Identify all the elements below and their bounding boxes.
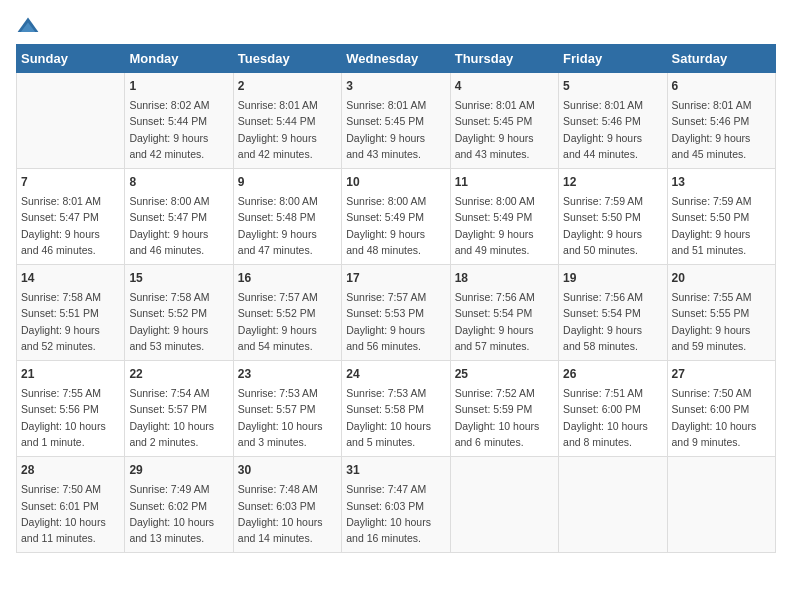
- calendar-cell: 2Sunrise: 8:01 AMSunset: 5:44 PMDaylight…: [233, 73, 341, 169]
- calendar-table: SundayMondayTuesdayWednesdayThursdayFrid…: [16, 44, 776, 553]
- day-number: 25: [455, 365, 554, 383]
- day-info: Sunrise: 8:02 AMSunset: 5:44 PMDaylight:…: [129, 97, 228, 162]
- day-info: Sunrise: 7:59 AMSunset: 5:50 PMDaylight:…: [672, 193, 771, 258]
- calendar-cell: 7Sunrise: 8:01 AMSunset: 5:47 PMDaylight…: [17, 169, 125, 265]
- col-header-wednesday: Wednesday: [342, 45, 450, 73]
- day-info: Sunrise: 8:00 AMSunset: 5:49 PMDaylight:…: [455, 193, 554, 258]
- day-info: Sunrise: 7:50 AMSunset: 6:01 PMDaylight:…: [21, 481, 120, 546]
- calendar-cell: 23Sunrise: 7:53 AMSunset: 5:57 PMDayligh…: [233, 361, 341, 457]
- calendar-cell: 1Sunrise: 8:02 AMSunset: 5:44 PMDaylight…: [125, 73, 233, 169]
- calendar-cell: [17, 73, 125, 169]
- col-header-friday: Friday: [559, 45, 667, 73]
- day-number: 20: [672, 269, 771, 287]
- header: [16, 16, 776, 36]
- day-number: 2: [238, 77, 337, 95]
- calendar-cell: 30Sunrise: 7:48 AMSunset: 6:03 PMDayligh…: [233, 457, 341, 553]
- calendar-cell: 24Sunrise: 7:53 AMSunset: 5:58 PMDayligh…: [342, 361, 450, 457]
- calendar-cell: 22Sunrise: 7:54 AMSunset: 5:57 PMDayligh…: [125, 361, 233, 457]
- day-number: 23: [238, 365, 337, 383]
- day-number: 31: [346, 461, 445, 479]
- day-number: 22: [129, 365, 228, 383]
- day-info: Sunrise: 7:53 AMSunset: 5:58 PMDaylight:…: [346, 385, 445, 450]
- day-info: Sunrise: 7:51 AMSunset: 6:00 PMDaylight:…: [563, 385, 662, 450]
- calendar-cell: 4Sunrise: 8:01 AMSunset: 5:45 PMDaylight…: [450, 73, 558, 169]
- day-number: 30: [238, 461, 337, 479]
- day-info: Sunrise: 7:56 AMSunset: 5:54 PMDaylight:…: [563, 289, 662, 354]
- calendar-cell: [559, 457, 667, 553]
- calendar-cell: 13Sunrise: 7:59 AMSunset: 5:50 PMDayligh…: [667, 169, 775, 265]
- logo: [16, 16, 42, 36]
- calendar-cell: [667, 457, 775, 553]
- calendar-cell: 15Sunrise: 7:58 AMSunset: 5:52 PMDayligh…: [125, 265, 233, 361]
- day-number: 14: [21, 269, 120, 287]
- calendar-cell: 19Sunrise: 7:56 AMSunset: 5:54 PMDayligh…: [559, 265, 667, 361]
- day-info: Sunrise: 8:00 AMSunset: 5:49 PMDaylight:…: [346, 193, 445, 258]
- calendar-cell: [450, 457, 558, 553]
- calendar-cell: 3Sunrise: 8:01 AMSunset: 5:45 PMDaylight…: [342, 73, 450, 169]
- day-info: Sunrise: 8:01 AMSunset: 5:47 PMDaylight:…: [21, 193, 120, 258]
- day-number: 24: [346, 365, 445, 383]
- logo-icon: [16, 16, 40, 36]
- week-row-1: 1Sunrise: 8:02 AMSunset: 5:44 PMDaylight…: [17, 73, 776, 169]
- calendar-cell: 26Sunrise: 7:51 AMSunset: 6:00 PMDayligh…: [559, 361, 667, 457]
- day-info: Sunrise: 7:54 AMSunset: 5:57 PMDaylight:…: [129, 385, 228, 450]
- week-row-2: 7Sunrise: 8:01 AMSunset: 5:47 PMDaylight…: [17, 169, 776, 265]
- calendar-cell: 12Sunrise: 7:59 AMSunset: 5:50 PMDayligh…: [559, 169, 667, 265]
- day-info: Sunrise: 7:58 AMSunset: 5:52 PMDaylight:…: [129, 289, 228, 354]
- calendar-cell: 29Sunrise: 7:49 AMSunset: 6:02 PMDayligh…: [125, 457, 233, 553]
- day-info: Sunrise: 7:53 AMSunset: 5:57 PMDaylight:…: [238, 385, 337, 450]
- day-number: 8: [129, 173, 228, 191]
- day-info: Sunrise: 7:59 AMSunset: 5:50 PMDaylight:…: [563, 193, 662, 258]
- day-info: Sunrise: 7:47 AMSunset: 6:03 PMDaylight:…: [346, 481, 445, 546]
- col-header-thursday: Thursday: [450, 45, 558, 73]
- calendar-cell: 8Sunrise: 8:00 AMSunset: 5:47 PMDaylight…: [125, 169, 233, 265]
- day-number: 27: [672, 365, 771, 383]
- day-info: Sunrise: 7:57 AMSunset: 5:53 PMDaylight:…: [346, 289, 445, 354]
- day-number: 1: [129, 77, 228, 95]
- day-info: Sunrise: 7:48 AMSunset: 6:03 PMDaylight:…: [238, 481, 337, 546]
- day-number: 6: [672, 77, 771, 95]
- day-number: 9: [238, 173, 337, 191]
- day-info: Sunrise: 8:00 AMSunset: 5:48 PMDaylight:…: [238, 193, 337, 258]
- calendar-cell: 10Sunrise: 8:00 AMSunset: 5:49 PMDayligh…: [342, 169, 450, 265]
- day-number: 5: [563, 77, 662, 95]
- day-number: 28: [21, 461, 120, 479]
- day-info: Sunrise: 7:58 AMSunset: 5:51 PMDaylight:…: [21, 289, 120, 354]
- calendar-cell: 17Sunrise: 7:57 AMSunset: 5:53 PMDayligh…: [342, 265, 450, 361]
- calendar-cell: 31Sunrise: 7:47 AMSunset: 6:03 PMDayligh…: [342, 457, 450, 553]
- day-number: 21: [21, 365, 120, 383]
- day-info: Sunrise: 8:01 AMSunset: 5:44 PMDaylight:…: [238, 97, 337, 162]
- calendar-cell: 16Sunrise: 7:57 AMSunset: 5:52 PMDayligh…: [233, 265, 341, 361]
- day-number: 16: [238, 269, 337, 287]
- day-info: Sunrise: 7:55 AMSunset: 5:55 PMDaylight:…: [672, 289, 771, 354]
- day-number: 7: [21, 173, 120, 191]
- day-number: 19: [563, 269, 662, 287]
- day-info: Sunrise: 7:56 AMSunset: 5:54 PMDaylight:…: [455, 289, 554, 354]
- col-header-tuesday: Tuesday: [233, 45, 341, 73]
- col-header-saturday: Saturday: [667, 45, 775, 73]
- col-header-sunday: Sunday: [17, 45, 125, 73]
- day-number: 15: [129, 269, 228, 287]
- day-number: 11: [455, 173, 554, 191]
- day-info: Sunrise: 8:01 AMSunset: 5:46 PMDaylight:…: [563, 97, 662, 162]
- day-number: 4: [455, 77, 554, 95]
- day-info: Sunrise: 8:00 AMSunset: 5:47 PMDaylight:…: [129, 193, 228, 258]
- day-number: 3: [346, 77, 445, 95]
- day-number: 12: [563, 173, 662, 191]
- day-number: 17: [346, 269, 445, 287]
- day-number: 10: [346, 173, 445, 191]
- day-info: Sunrise: 8:01 AMSunset: 5:46 PMDaylight:…: [672, 97, 771, 162]
- day-number: 18: [455, 269, 554, 287]
- calendar-cell: 21Sunrise: 7:55 AMSunset: 5:56 PMDayligh…: [17, 361, 125, 457]
- day-info: Sunrise: 7:49 AMSunset: 6:02 PMDaylight:…: [129, 481, 228, 546]
- calendar-cell: 14Sunrise: 7:58 AMSunset: 5:51 PMDayligh…: [17, 265, 125, 361]
- header-row: SundayMondayTuesdayWednesdayThursdayFrid…: [17, 45, 776, 73]
- calendar-cell: 6Sunrise: 8:01 AMSunset: 5:46 PMDaylight…: [667, 73, 775, 169]
- calendar-cell: 20Sunrise: 7:55 AMSunset: 5:55 PMDayligh…: [667, 265, 775, 361]
- day-info: Sunrise: 8:01 AMSunset: 5:45 PMDaylight:…: [455, 97, 554, 162]
- day-number: 13: [672, 173, 771, 191]
- day-info: Sunrise: 7:52 AMSunset: 5:59 PMDaylight:…: [455, 385, 554, 450]
- day-info: Sunrise: 7:50 AMSunset: 6:00 PMDaylight:…: [672, 385, 771, 450]
- calendar-cell: 9Sunrise: 8:00 AMSunset: 5:48 PMDaylight…: [233, 169, 341, 265]
- day-info: Sunrise: 7:57 AMSunset: 5:52 PMDaylight:…: [238, 289, 337, 354]
